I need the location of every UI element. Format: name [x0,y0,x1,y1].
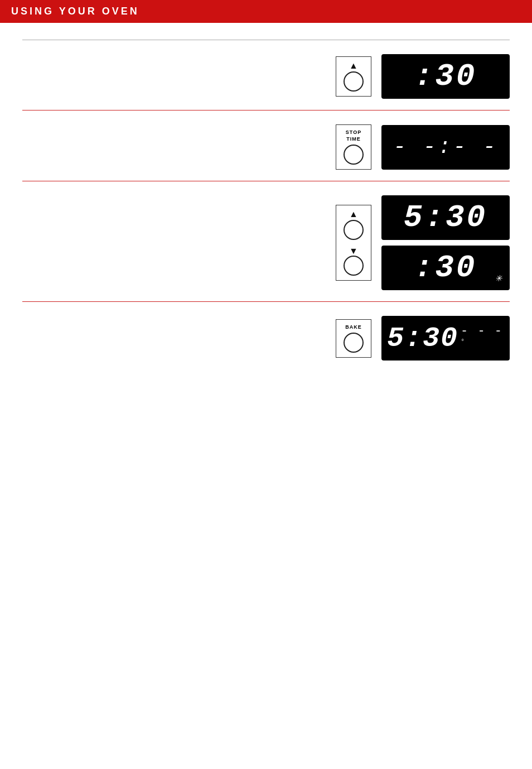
display-530-top: 5:30 [381,195,510,240]
display-colon30-flash: :30 ✳ [381,246,510,290]
row3-displays: 5:30 :30 ✳ [381,195,510,290]
stop-time-button[interactable]: STOPTIME [336,124,371,170]
up-arrow-icon: ▲ [349,61,358,70]
row3-controls: ▲ ▼ 5:30 :30 ✳ [320,195,510,290]
row1-controls: ▲ :30 [320,54,510,99]
main-content: ▲ :30 STOPTIME - -:- - [0,23,532,383]
knob-circle-3a[interactable] [344,220,364,240]
stop-time-label: STOPTIME [346,129,361,142]
display-530-bake: 5:30- - -° [381,316,510,361]
header-bar: USING YOUR OVEN [0,0,532,23]
up-arrow-button-1[interactable]: ▲ [336,56,371,97]
page-title: USING YOUR OVEN [11,6,139,17]
up-down-button[interactable]: ▲ ▼ [336,205,371,281]
bake-button[interactable]: BAKE [336,319,371,358]
row2-controls: STOPTIME - -:- - [320,124,510,170]
display-530-suffix: - - -° [461,324,504,352]
row-1: ▲ :30 [22,40,510,110]
row-3: ▲ ▼ 5:30 :30 ✳ [22,181,510,301]
display-dashes-1: - -:- - [381,125,510,170]
knob-circle-1[interactable] [344,71,364,92]
knob-circle-4[interactable] [344,333,364,353]
down-arrow-icon: ▼ [349,247,358,256]
flash-icon: ✳ [495,271,504,285]
up-arrow-icon-2: ▲ [349,210,358,219]
row-4: BAKE 5:30- - -° [22,302,510,372]
row-2: STOPTIME - -:- - [22,110,510,181]
row4-controls: BAKE 5:30- - -° [320,316,510,361]
knob-circle-2[interactable] [344,145,364,165]
knob-circle-3b[interactable] [344,256,364,276]
display-530-main: 5:30 [387,323,458,354]
display-colon30-1: :30 [381,54,510,99]
bake-label: BAKE [345,324,362,330]
